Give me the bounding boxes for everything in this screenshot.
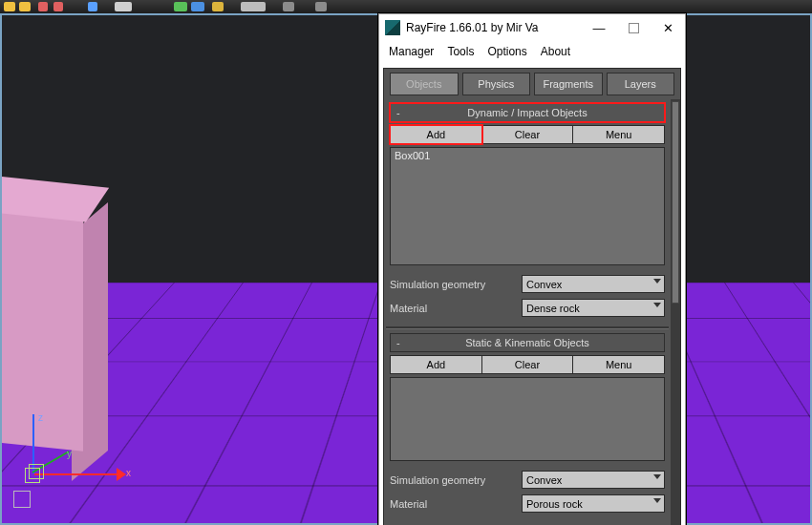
dynamic-button-row: Add Clear Menu bbox=[390, 125, 665, 144]
list-item[interactable]: Box001 bbox=[395, 150, 660, 161]
static-button-row: Add Clear Menu bbox=[390, 355, 665, 374]
static-sim-value: Convex bbox=[526, 474, 562, 486]
static-menu-button[interactable]: Menu bbox=[573, 355, 665, 374]
host-taskbar bbox=[0, 0, 812, 14]
dynamic-sim-value: Convex bbox=[526, 279, 562, 290]
axis-x-label: x bbox=[126, 468, 131, 478]
chevron-down-icon bbox=[653, 303, 661, 307]
tab-objects[interactable]: Objects bbox=[390, 73, 459, 95]
static-sim-label: Simulation geometry bbox=[390, 474, 522, 486]
dynamic-object-list[interactable]: Box001 bbox=[390, 147, 665, 265]
dynamic-menu-button[interactable]: Menu bbox=[573, 125, 665, 144]
collapse-icon[interactable]: - bbox=[396, 337, 400, 348]
tab-layers[interactable]: Layers bbox=[607, 73, 675, 95]
gizmo-plane-icon bbox=[13, 491, 31, 508]
minimize-button[interactable]: — bbox=[582, 14, 616, 41]
group-static-title: Static & Kinematic Objects bbox=[465, 337, 589, 348]
dynamic-mat-value: Dense rock bbox=[526, 303, 580, 314]
static-add-button[interactable]: Add bbox=[390, 355, 482, 374]
static-mat-value: Porous rock bbox=[526, 498, 583, 510]
menu-tools[interactable]: Tools bbox=[447, 45, 474, 58]
dynamic-sim-select[interactable]: Convex bbox=[522, 275, 665, 293]
collapse-icon[interactable]: - bbox=[396, 107, 400, 118]
main-panel: Objects Physics Fragments Layers - Dynam… bbox=[383, 68, 681, 525]
group-static: - Static & Kinematic Objects Add Clear M… bbox=[390, 333, 665, 513]
axis-x-line bbox=[34, 473, 122, 475]
static-clear-button[interactable]: Clear bbox=[482, 355, 574, 374]
scrollbar-thumb[interactable] bbox=[672, 101, 679, 304]
dynamic-add-button[interactable]: Add bbox=[390, 125, 482, 144]
group-static-header[interactable]: - Static & Kinematic Objects bbox=[390, 333, 665, 352]
rayfire-window: RayFire 1.66.01 by Mir Va — ✕ Manager To… bbox=[378, 13, 686, 525]
tab-physics[interactable]: Physics bbox=[462, 73, 531, 95]
window-title: RayFire 1.66.01 by Mir Va bbox=[406, 21, 582, 34]
menu-manager[interactable]: Manager bbox=[389, 45, 434, 58]
tab-row: Objects Physics Fragments Layers bbox=[390, 73, 674, 95]
menubar: Manager Tools Options About bbox=[379, 41, 685, 62]
menu-about[interactable]: About bbox=[541, 45, 570, 58]
panel-scrollbar[interactable] bbox=[671, 99, 680, 525]
group-dynamic-header[interactable]: - Dynamic / Impact Objects bbox=[390, 103, 665, 122]
menu-options[interactable]: Options bbox=[487, 45, 526, 58]
axis-gizmo[interactable]: z y x bbox=[13, 414, 128, 523]
axis-x-arrow-icon bbox=[117, 468, 126, 481]
close-button[interactable]: ✕ bbox=[651, 14, 685, 41]
axis-y-label: y bbox=[67, 449, 72, 459]
tab-fragments[interactable]: Fragments bbox=[534, 73, 603, 95]
static-mat-label: Material bbox=[390, 498, 522, 510]
app-root: z y x RayFire 1.66.01 by Mir Va — ✕ Mana… bbox=[0, 0, 812, 525]
scroll-area: - Dynamic / Impact Objects Add Clear Men… bbox=[384, 99, 671, 525]
dynamic-mat-select[interactable]: Dense rock bbox=[522, 299, 665, 317]
dynamic-sim-label: Simulation geometry bbox=[390, 279, 522, 290]
chevron-down-icon bbox=[653, 279, 661, 284]
group-dynamic: - Dynamic / Impact Objects Add Clear Men… bbox=[390, 103, 665, 317]
dynamic-clear-button[interactable]: Clear bbox=[482, 125, 574, 144]
app-icon bbox=[385, 20, 400, 35]
maximize-button[interactable] bbox=[616, 14, 651, 41]
gizmo-cube-icon bbox=[25, 462, 44, 481]
static-object-list[interactable] bbox=[390, 377, 665, 461]
group-dynamic-title: Dynamic / Impact Objects bbox=[467, 107, 587, 118]
static-mat-select[interactable]: Porous rock bbox=[522, 494, 665, 513]
static-sim-select[interactable]: Convex bbox=[522, 471, 665, 489]
chevron-down-icon bbox=[653, 474, 661, 479]
chevron-down-icon bbox=[653, 498, 661, 503]
titlebar[interactable]: RayFire 1.66.01 by Mir Va — ✕ bbox=[379, 14, 685, 41]
dynamic-mat-label: Material bbox=[390, 303, 522, 314]
divider bbox=[386, 326, 669, 329]
axis-z-label: z bbox=[38, 412, 43, 423]
